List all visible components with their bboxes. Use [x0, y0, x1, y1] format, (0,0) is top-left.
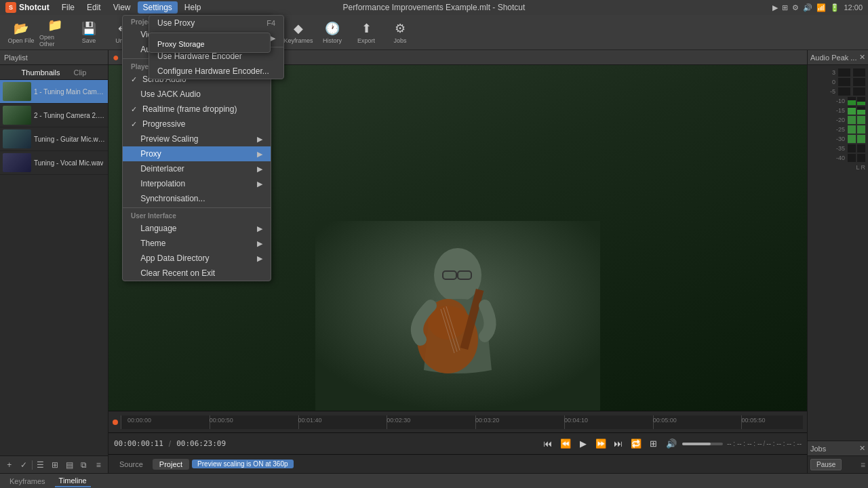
open-file-button[interactable]: 📂 Open File: [5, 18, 37, 47]
video-svg: [315, 221, 600, 411]
arrow-interp: ▶: [257, 180, 262, 188]
step-forward-button[interactable]: ⏩: [594, 437, 608, 451]
playback-controls: 00:00:00:11 / 00:06:23:09 ⏮ ⏪ ▶ ⏩ ⏭ 🔁 ⊞ …: [108, 432, 807, 454]
menu-file[interactable]: File: [56, 1, 80, 14]
check-deinterlacer: [131, 165, 135, 173]
volume-button[interactable]: 🔊: [665, 437, 678, 451]
meter-label-n15: -15: [831, 107, 845, 114]
menu-use-proxy-label: Use Proxy: [157, 18, 195, 28]
playlist-grid-button[interactable]: ⊞: [48, 458, 61, 472]
check-language: [131, 224, 135, 232]
menu-deinterlacer-left: Deinterlacer: [131, 164, 184, 174]
tab-timeline[interactable]: Timeline: [55, 475, 91, 487]
video-ruler[interactable]: 00:00:00 00:00:50 00:01:40 00:02:30 00:0…: [121, 415, 803, 429]
playlist-list-button[interactable]: ☰: [34, 458, 47, 472]
jobs-menu-button[interactable]: ≡: [861, 460, 865, 470]
keyframes-button[interactable]: ◆ Keyframes: [283, 18, 314, 47]
menu-edit[interactable]: Edit: [81, 1, 106, 14]
thumb-image-2: [3, 106, 31, 125]
menu-proxy[interactable]: Proxy ▶: [123, 146, 271, 161]
menu-app-data[interactable]: App Data Directory ▶: [123, 251, 271, 266]
audio-panel-close[interactable]: ✕: [859, 53, 865, 62]
open-other-button[interactable]: 📁 Open Other: [39, 18, 71, 47]
playlist-check-button[interactable]: ✓: [17, 458, 30, 472]
skip-start-button[interactable]: ⏮: [541, 437, 555, 451]
playlist-add-button[interactable]: +: [3, 458, 16, 472]
storage-submenu: Proxy Storage: [149, 33, 271, 53]
grid-button[interactable]: ⊞: [647, 437, 660, 451]
playlist-copy-button[interactable]: ⧉: [77, 458, 90, 472]
playlist-toolbar: + ✓ ☰ ⊞ ▤ ⧉ ≡: [0, 455, 108, 473]
playlist-filmstrip-button[interactable]: ▤: [63, 458, 76, 472]
volume-fill: [682, 443, 711, 445]
tab-keyframes[interactable]: Keyframes: [5, 476, 50, 487]
list-item[interactable]: Tuning - Vocal Mic.wav: [0, 151, 108, 175]
jobs-panel-close[interactable]: ✕: [859, 444, 865, 453]
menu-progressive[interactable]: ✓ Progressive: [123, 117, 271, 131]
playlist-menu-button[interactable]: ≡: [92, 458, 105, 472]
skip-end-button[interactable]: ⏭: [612, 437, 625, 451]
menu-view[interactable]: View: [108, 1, 136, 14]
menu-help[interactable]: Help: [179, 1, 207, 14]
clip-tab[interactable]: Clip: [73, 68, 86, 77]
meter-label-n20: -20: [831, 117, 845, 123]
audio-panel-controls: ✕: [859, 53, 865, 62]
arrow-storage: ▶: [270, 34, 275, 43]
meter-row-n40: -40: [810, 153, 865, 163]
menu-interpolation[interactable]: Interpolation ▶: [123, 176, 271, 191]
meter-label-0: 0: [822, 79, 835, 85]
check-audio-channels: [131, 45, 135, 54]
menu-preview-scaling[interactable]: Preview Scaling ▶: [123, 131, 271, 146]
menu-use-proxy[interactable]: Use Proxy F4: [149, 16, 283, 30]
source-tab[interactable]: Source: [113, 459, 150, 470]
pause-button[interactable]: Pause: [810, 459, 842, 470]
menu-language[interactable]: Language ▶: [123, 221, 271, 236]
menu-configure-hw-encoder[interactable]: Configure Hardware Encoder...: [149, 64, 283, 79]
menu-theme-label: Theme: [140, 239, 165, 248]
meter-row-n5: -5: [810, 87, 865, 96]
menu-deinterlacer[interactable]: Deinterlacer ▶: [123, 161, 271, 176]
arrow-deinterlacer: ▶: [257, 165, 262, 174]
volume-slider[interactable]: [682, 443, 723, 445]
meter-bars-n20: [848, 116, 865, 124]
app-name: Shotcut: [19, 3, 50, 12]
meter-bar-r-3: [853, 68, 865, 77]
list-item[interactable]: Tuning - Guitar Mic.wav: [0, 127, 108, 151]
menu-progressive-label: Progressive: [142, 119, 185, 129]
meter-fill-r-n10: [857, 102, 865, 105]
playlist-item-name-4: Tuning - Vocal Mic.wav: [34, 159, 103, 167]
window-title: Performance Improvements Example.mlt - S…: [343, 3, 526, 12]
time-current: 00:00:00:11: [114, 439, 163, 448]
menu-settings[interactable]: Settings: [138, 1, 178, 14]
thumbnails-tab[interactable]: Thumbnails: [22, 68, 60, 77]
export-label: Export: [357, 37, 375, 44]
project-tab[interactable]: Project: [153, 459, 189, 470]
app-icon: S: [5, 2, 16, 13]
history-button[interactable]: 🕐 History: [317, 18, 348, 47]
check-appdata: [131, 254, 135, 262]
list-item[interactable]: 2 - Tuning Camera 2.mp4: [0, 104, 108, 127]
step-back-button[interactable]: ⏪: [559, 437, 572, 451]
play-button[interactable]: ▶: [576, 437, 590, 451]
bottom-tabs: Keyframes Timeline: [0, 473, 868, 488]
meter-bar-l-n35: [848, 144, 856, 152]
save-button[interactable]: 💾 Save: [73, 18, 104, 47]
menu-theme[interactable]: Theme ▶: [123, 236, 271, 251]
export-button[interactable]: ⬆ Export: [351, 18, 382, 47]
loop-button[interactable]: 🔁: [629, 437, 643, 451]
menu-realtime[interactable]: ✓ Realtime (frame dropping): [123, 102, 271, 117]
menu-proxy-left: Proxy: [131, 149, 161, 159]
menu-jack-audio[interactable]: Use JACK Audio: [123, 87, 271, 102]
check-preview: [131, 135, 135, 143]
menu-clear-recent[interactable]: Clear Recent on Exit: [123, 266, 271, 281]
jobs-button[interactable]: ⚙ Jobs: [384, 18, 416, 47]
menu-synchronisation[interactable]: Synchronisation...: [123, 191, 271, 206]
list-item[interactable]: 1 - Tuning Main Camera.m...: [0, 80, 108, 104]
open-file-icon: 📂: [14, 21, 28, 36]
playlist-thumb-2: [3, 106, 31, 125]
menu-sync-left: Synchronisation...: [131, 194, 205, 203]
menu-deinterlacer-label: Deinterlacer: [140, 164, 184, 174]
playlist-sep1: [32, 460, 33, 470]
jobs-panel-title: Jobs: [810, 445, 826, 453]
open-other-label: Open Other: [39, 34, 71, 47]
